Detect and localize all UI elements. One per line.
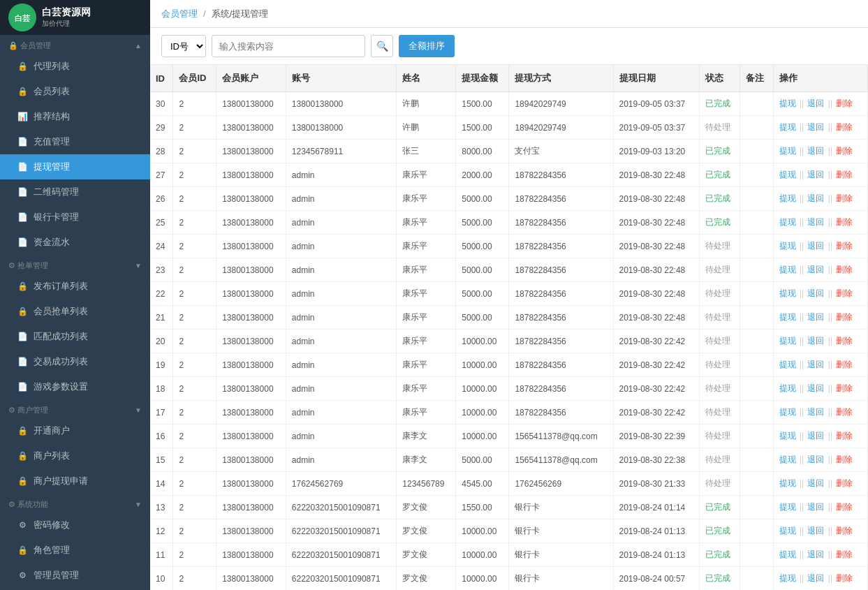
- action-back[interactable]: 退回: [807, 288, 824, 298]
- action-delete[interactable]: 删除: [836, 383, 853, 393]
- action-back[interactable]: 退回: [807, 526, 824, 536]
- action-delete[interactable]: 删除: [836, 407, 853, 417]
- section-system-func[interactable]: ⚙ 系统功能 ▼: [0, 494, 150, 512]
- action-withdraw[interactable]: 提现: [779, 217, 796, 227]
- action-back[interactable]: 退回: [807, 217, 824, 227]
- sidebar-item-merchant-list[interactable]: 🔒 商户列表: [0, 443, 150, 469]
- sidebar-item-fund-flow[interactable]: 📄 资金流水: [0, 230, 150, 255]
- action-back[interactable]: 退回: [807, 573, 824, 583]
- sidebar-item-withdraw-manage[interactable]: 📄 提现管理: [0, 154, 150, 179]
- action-delete[interactable]: 删除: [836, 550, 853, 559]
- section-member-manage[interactable]: 🔒 会员管理 ▲: [0, 35, 150, 54]
- doc-icon: 📄: [17, 212, 28, 222]
- search-input[interactable]: [212, 35, 365, 57]
- action-withdraw[interactable]: 提现: [779, 265, 796, 274]
- cell-method: 18782284356: [509, 211, 613, 235]
- sidebar-sub: 加价代理: [42, 19, 91, 29]
- sidebar-item-password-change[interactable]: ⚙ 密码修改: [0, 512, 150, 538]
- sidebar-item-trade-success[interactable]: 📄 交易成功列表: [0, 349, 150, 374]
- action-back[interactable]: 退回: [807, 431, 824, 441]
- sidebar-item-merchant-withdraw[interactable]: 🔒 商户提现申请: [0, 469, 150, 494]
- section-merchant-manage[interactable]: ⚙ 商户管理 ▼: [0, 399, 150, 418]
- action-withdraw[interactable]: 提现: [779, 312, 796, 322]
- action-delete[interactable]: 删除: [836, 455, 853, 464]
- action-delete[interactable]: 删除: [836, 288, 853, 298]
- sidebar-item-game-settings[interactable]: 📄 游戏参数设置: [0, 374, 150, 399]
- action-back[interactable]: 退回: [807, 550, 824, 559]
- cell-account: admin: [286, 448, 397, 472]
- sidebar-item-match-success[interactable]: 📄 匹配成功列表: [0, 324, 150, 349]
- action-delete[interactable]: 删除: [836, 336, 853, 346]
- action-withdraw[interactable]: 提现: [779, 170, 796, 179]
- action-back[interactable]: 退回: [807, 336, 824, 346]
- section-order-manage[interactable]: ⚙ 抢单管理 ▼: [0, 255, 150, 274]
- action-back[interactable]: 退回: [807, 241, 824, 251]
- action-withdraw[interactable]: 提现: [779, 98, 796, 108]
- sidebar-item-member-list[interactable]: 🔒 会员列表: [0, 79, 150, 104]
- sidebar-item-qrcode-manage[interactable]: 📄 二维码管理: [0, 179, 150, 205]
- lock-icon: 🔒: [17, 451, 28, 461]
- action-delete[interactable]: 删除: [836, 431, 853, 441]
- sidebar-item-bank-manage[interactable]: 📄 银行卡管理: [0, 205, 150, 230]
- search-type-select[interactable]: ID号: [161, 35, 206, 57]
- action-delete[interactable]: 删除: [836, 217, 853, 227]
- action-withdraw[interactable]: 提现: [779, 288, 796, 298]
- action-back[interactable]: 退回: [807, 122, 824, 132]
- action-withdraw[interactable]: 提现: [779, 550, 796, 559]
- sidebar-item-agent-list[interactable]: 🔒 代理列表: [0, 54, 150, 79]
- action-back[interactable]: 退回: [807, 360, 824, 369]
- sidebar-item-role-manage[interactable]: 🔒 角色管理: [0, 538, 150, 563]
- sidebar-item-recommend-structure[interactable]: 📊 推荐结构: [0, 104, 150, 129]
- action-delete[interactable]: 删除: [836, 312, 853, 322]
- action-back[interactable]: 退回: [807, 265, 824, 274]
- col-amount: 提现金额: [456, 65, 509, 92]
- action-withdraw[interactable]: 提现: [779, 193, 796, 203]
- action-delete[interactable]: 删除: [836, 98, 853, 108]
- sidebar-item-open-merchant[interactable]: 🔒 开通商户: [0, 418, 150, 443]
- sidebar-item-recharge-manage[interactable]: 📄 充值管理: [0, 129, 150, 154]
- action-back[interactable]: 退回: [807, 193, 824, 203]
- action-delete[interactable]: 删除: [836, 478, 853, 488]
- action-back[interactable]: 退回: [807, 146, 824, 156]
- action-delete[interactable]: 删除: [836, 193, 853, 203]
- action-withdraw[interactable]: 提现: [779, 146, 796, 156]
- action-back[interactable]: 退回: [807, 455, 824, 464]
- search-button[interactable]: 🔍: [371, 35, 393, 57]
- action-back[interactable]: 退回: [807, 170, 824, 179]
- sort-button[interactable]: 全额排序: [399, 35, 455, 57]
- action-back[interactable]: 退回: [807, 98, 824, 108]
- action-withdraw[interactable]: 提现: [779, 502, 796, 512]
- sidebar-item-admin-manage[interactable]: ⚙ 管理员管理: [0, 563, 150, 588]
- action-withdraw[interactable]: 提现: [779, 360, 796, 369]
- cell-remark: [740, 377, 773, 401]
- action-withdraw[interactable]: 提现: [779, 431, 796, 441]
- action-withdraw[interactable]: 提现: [779, 526, 796, 536]
- action-withdraw[interactable]: 提现: [779, 122, 796, 132]
- action-delete[interactable]: 删除: [836, 170, 853, 179]
- action-delete[interactable]: 删除: [836, 526, 853, 536]
- action-back[interactable]: 退回: [807, 502, 824, 512]
- action-back[interactable]: 退回: [807, 478, 824, 488]
- sidebar-item-member-grab[interactable]: 🔒 会员抢单列表: [0, 299, 150, 324]
- action-withdraw[interactable]: 提现: [779, 241, 796, 251]
- action-withdraw[interactable]: 提现: [779, 478, 796, 488]
- action-delete[interactable]: 删除: [836, 122, 853, 132]
- action-withdraw[interactable]: 提现: [779, 455, 796, 464]
- action-delete[interactable]: 删除: [836, 360, 853, 369]
- action-withdraw[interactable]: 提现: [779, 383, 796, 393]
- topbar-home[interactable]: 会员管理: [161, 8, 198, 20]
- action-back[interactable]: 退回: [807, 407, 824, 417]
- action-back[interactable]: 退回: [807, 383, 824, 393]
- action-withdraw[interactable]: 提现: [779, 407, 796, 417]
- action-delete[interactable]: 删除: [836, 265, 853, 274]
- action-delete[interactable]: 删除: [836, 146, 853, 156]
- action-withdraw[interactable]: 提现: [779, 573, 796, 583]
- action-back[interactable]: 退回: [807, 312, 824, 322]
- action-delete[interactable]: 删除: [836, 241, 853, 251]
- action-delete[interactable]: 删除: [836, 573, 853, 583]
- sidebar-item-publish-order[interactable]: 🔒 发布订单列表: [0, 274, 150, 299]
- action-delete[interactable]: 删除: [836, 502, 853, 512]
- cell-method: 18942029749: [509, 116, 613, 140]
- action-withdraw[interactable]: 提现: [779, 336, 796, 346]
- cell-remark: [740, 425, 773, 448]
